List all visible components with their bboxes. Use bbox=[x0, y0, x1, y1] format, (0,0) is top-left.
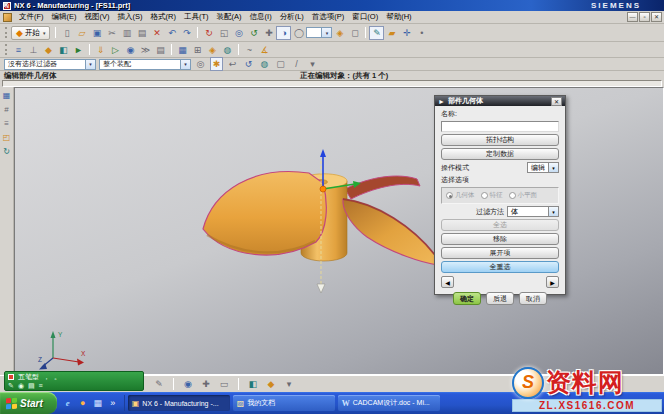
snap-midpoint-icon[interactable]: ◉ bbox=[181, 377, 195, 391]
method-view-icon[interactable]: ◍ bbox=[220, 43, 235, 57]
internet-explorer-icon[interactable]: e bbox=[62, 397, 74, 409]
overflow-icon[interactable]: » bbox=[107, 397, 119, 409]
more-snap-icon[interactable]: ▾ bbox=[282, 377, 296, 391]
graphics-window[interactable]: Y X Z bbox=[14, 87, 664, 375]
edge-filter-icon[interactable]: / bbox=[290, 57, 303, 71]
topology-button[interactable]: 拓扑结构 bbox=[441, 134, 559, 146]
ime-punct-comma[interactable]: ， bbox=[43, 372, 50, 381]
copy-icon[interactable]: ▥ bbox=[119, 26, 134, 40]
radio-geometry[interactable]: 几何体 bbox=[446, 191, 475, 200]
restore-button[interactable]: ▫ bbox=[639, 12, 650, 22]
save-icon[interactable]: ▣ bbox=[89, 26, 104, 40]
menu-analysis[interactable]: 分析(L) bbox=[276, 11, 308, 23]
reselect-all-button[interactable]: 全重选 bbox=[441, 261, 559, 273]
menu-file[interactable]: 文件(F) bbox=[15, 11, 48, 23]
start-button[interactable]: Start bbox=[0, 392, 57, 414]
datum-csys-icon[interactable]: ✛ bbox=[399, 26, 414, 40]
task-my-documents[interactable]: ▨ 我的文档 bbox=[233, 395, 335, 411]
operation-mode-combo[interactable]: 编辑 ▾ bbox=[527, 162, 559, 173]
pan-view-icon[interactable]: ✚ bbox=[261, 26, 276, 40]
right-blade-face[interactable] bbox=[343, 199, 438, 265]
launcher-icon[interactable]: ● bbox=[77, 397, 89, 409]
assembly-navigator-icon[interactable]: ▦ bbox=[1, 89, 13, 101]
datum-plane-icon[interactable]: ▰ bbox=[384, 26, 399, 40]
task-word-document[interactable]: W CADCAM设计.doc - Mi... bbox=[338, 395, 440, 411]
undo-icon[interactable]: ↶ bbox=[164, 26, 179, 40]
create-program-icon[interactable]: ≡ bbox=[11, 43, 26, 57]
minimize-button[interactable]: — bbox=[627, 12, 638, 22]
constraint-navigator-icon[interactable]: # bbox=[1, 103, 13, 115]
capture-icon[interactable]: ◍ bbox=[258, 57, 271, 71]
show-desktop-icon[interactable]: ▦ bbox=[92, 397, 104, 409]
refresh-view-icon[interactable]: ↻ bbox=[201, 26, 216, 40]
material-icon[interactable]: ◆ bbox=[264, 377, 278, 391]
paste-icon[interactable]: ▤ bbox=[134, 26, 149, 40]
previous-selection-icon[interactable]: ↺ bbox=[242, 57, 255, 71]
previous-item-button[interactable]: ◀ bbox=[441, 276, 454, 288]
part-navigator-icon[interactable]: ≡ bbox=[1, 117, 13, 129]
generate-toolpath-icon[interactable]: ⇓ bbox=[93, 43, 108, 57]
point-icon[interactable]: • bbox=[414, 26, 429, 40]
triad-z-arrow[interactable] bbox=[320, 149, 326, 157]
chevron-down-icon[interactable]: ▾ bbox=[548, 207, 558, 216]
visualize-brush-icon[interactable]: ✎ bbox=[152, 377, 166, 391]
zoom-icon[interactable]: ◎ bbox=[231, 26, 246, 40]
new-file-icon[interactable]: ▯ bbox=[59, 26, 74, 40]
chevron-down-icon[interactable]: ▾ bbox=[85, 60, 95, 69]
iso-view-icon[interactable]: ◈ bbox=[332, 26, 347, 40]
geometry-view-icon[interactable]: ◈ bbox=[205, 43, 220, 57]
expand-item-button[interactable]: 展开项 bbox=[441, 247, 559, 259]
back-button[interactable]: 后退 bbox=[486, 292, 514, 305]
ime-language-bar[interactable]: 五笔型 ， 。 ✎ ◉ ▤ ≡ bbox=[4, 371, 144, 391]
ok-button[interactable]: 确定 bbox=[453, 292, 481, 305]
triad-origin-handle[interactable] bbox=[320, 186, 326, 192]
verify-toolpath-icon[interactable]: ▷ bbox=[108, 43, 123, 57]
menu-preferences[interactable]: 首选项(P) bbox=[308, 11, 349, 23]
rear-blade-face[interactable] bbox=[345, 176, 420, 199]
program-order-view-icon[interactable]: ▦ bbox=[175, 43, 190, 57]
face-filter-icon[interactable]: ▢ bbox=[274, 57, 287, 71]
start-menu-button[interactable]: ◆ 开始 ▾ bbox=[11, 26, 50, 40]
toolbar-grip[interactable] bbox=[5, 44, 8, 55]
toolbar-grip[interactable] bbox=[5, 27, 8, 39]
reuse-library-icon[interactable]: ◰ bbox=[1, 131, 13, 143]
create-geometry-icon[interactable]: ◆ bbox=[41, 43, 56, 57]
name-input[interactable] bbox=[441, 121, 559, 132]
history-icon[interactable]: ↻ bbox=[1, 145, 13, 157]
delete-icon[interactable]: ✕ bbox=[149, 26, 164, 40]
display-toolpath-icon[interactable]: ~ bbox=[242, 43, 257, 57]
chevron-down-icon[interactable]: ▾ bbox=[548, 163, 558, 172]
radio-facet[interactable]: 小平面 bbox=[509, 191, 538, 200]
radio-feature[interactable]: 特征 bbox=[481, 191, 503, 200]
rotate-view-icon[interactable]: ↺ bbox=[246, 26, 261, 40]
postprocess-icon[interactable]: ≫ bbox=[138, 43, 153, 57]
filter-method-combo[interactable]: 体 ▾ bbox=[507, 206, 559, 217]
ime-pen-icon[interactable]: ✎ bbox=[8, 381, 14, 390]
snap-point-icon[interactable]: ◎ bbox=[194, 57, 207, 71]
highlight-icon[interactable]: ✱ bbox=[210, 57, 223, 71]
machine-tool-view-icon[interactable]: ⊞ bbox=[190, 43, 205, 57]
ime-menu-icon[interactable]: ≡ bbox=[39, 381, 43, 390]
ime-state-icon[interactable] bbox=[8, 374, 14, 380]
more-filter-icon[interactable]: ▾ bbox=[306, 57, 319, 71]
create-operation-icon[interactable]: ► bbox=[71, 43, 86, 57]
wireframe-view-icon[interactable]: ◯ bbox=[291, 26, 306, 40]
sketch-icon[interactable]: ✎ bbox=[369, 26, 384, 40]
snap-endpoint-icon[interactable]: ▭ bbox=[217, 377, 231, 391]
create-method-icon[interactable]: ◧ bbox=[56, 43, 71, 57]
simulate-icon[interactable]: ◉ bbox=[123, 43, 138, 57]
front-view-icon[interactable]: ◻ bbox=[347, 26, 362, 40]
ime-name[interactable]: 五笔型 bbox=[18, 372, 39, 381]
menu-window[interactable]: 窗口(O) bbox=[348, 11, 382, 23]
next-item-button[interactable]: ▶ bbox=[546, 276, 559, 288]
menu-help[interactable]: 帮助(H) bbox=[382, 11, 415, 23]
chevron-down-icon[interactable]: ▾ bbox=[321, 28, 331, 37]
custom-data-button[interactable]: 定制数据 bbox=[441, 148, 559, 160]
cancel-button[interactable]: 取消 bbox=[519, 292, 547, 305]
menu-information[interactable]: 信息(I) bbox=[246, 11, 276, 23]
dialog-titlebar[interactable]: ► 部件几何体 ✕ bbox=[435, 96, 565, 106]
window-titlebar[interactable]: N NX 6 - Manufacturing - [FS11.prt] SIEM… bbox=[0, 0, 664, 11]
task-nx[interactable]: ▣ NX 6 - Manufacturing -... bbox=[128, 395, 230, 411]
menu-edit[interactable]: 编辑(E) bbox=[48, 11, 81, 23]
open-folder-icon[interactable]: ▱ bbox=[74, 26, 89, 40]
